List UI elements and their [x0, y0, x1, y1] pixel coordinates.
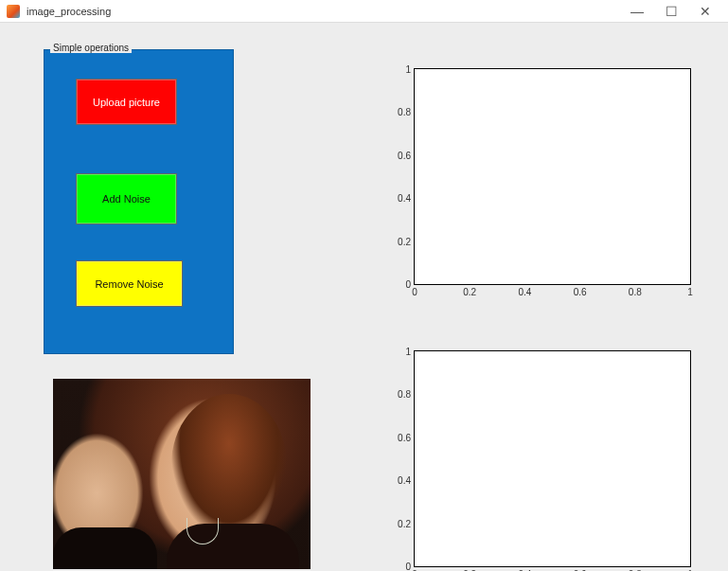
uploaded-image	[53, 379, 311, 569]
button-label: Upload picture	[93, 97, 160, 108]
xtick: 0	[412, 287, 417, 297]
xtick: 0.2	[463, 287, 476, 297]
figure-client-area: Simple operations Upload picture Add Noi…	[0, 23, 728, 571]
ytick: 0	[405, 562, 411, 572]
close-button[interactable]: ✕	[688, 0, 722, 23]
panel-title: Simple operations	[50, 43, 132, 53]
ytick: 1	[405, 64, 411, 75]
axes-top-right: 1 0.8 0.6 0.4 0.2 0 0 0.2 0.4 0.6 0.8 1	[414, 68, 691, 285]
ytick: 0.4	[398, 475, 411, 486]
window-buttons: ― ☐ ✕	[620, 0, 722, 23]
remove-noise-button[interactable]: Remove Noise	[76, 260, 183, 307]
ytick: 0.6	[398, 150, 411, 160]
ytick: 1	[405, 347, 411, 357]
maximize-button[interactable]: ☐	[654, 0, 688, 23]
axes-bottom-right: 1 0.8 0.6 0.4 0.2 0 0 0.2 0.4 0.6 0.8 1	[414, 350, 691, 567]
window-title: image_processing	[27, 6, 620, 17]
image-region	[171, 394, 287, 536]
upload-picture-button[interactable]: Upload picture	[76, 79, 177, 125]
add-noise-button[interactable]: Add Noise	[76, 173, 177, 224]
xtick: 0.6	[574, 287, 587, 297]
xtick: 0.4	[518, 287, 531, 297]
ytick: 0.2	[398, 236, 411, 246]
ytick: 0.2	[398, 518, 411, 528]
ytick: 0.8	[398, 389, 411, 400]
button-label: Add Noise	[102, 193, 151, 205]
minimize-button[interactable]: ―	[620, 0, 654, 23]
axes-image-display	[53, 379, 311, 569]
ytick: 0.4	[398, 193, 411, 204]
button-label: Remove Noise	[95, 278, 163, 290]
y-ticks: 1 0.8 0.6 0.4 0.2 0	[384, 351, 413, 566]
ytick: 0.6	[398, 432, 411, 442]
title-bar: image_processing ― ☐ ✕	[0, 0, 728, 23]
matlab-icon	[6, 4, 21, 19]
x-ticks: 0 0.2 0.4 0.6 0.8 1	[415, 287, 690, 300]
y-ticks: 1 0.8 0.6 0.4 0.2 0	[384, 69, 413, 284]
image-region	[53, 527, 157, 569]
ytick: 0	[405, 279, 411, 290]
ytick: 0.8	[398, 107, 411, 117]
xtick: 1	[687, 287, 693, 297]
simple-operations-panel: Simple operations Upload picture Add Noi…	[44, 49, 234, 354]
xtick: 0.8	[629, 287, 642, 297]
